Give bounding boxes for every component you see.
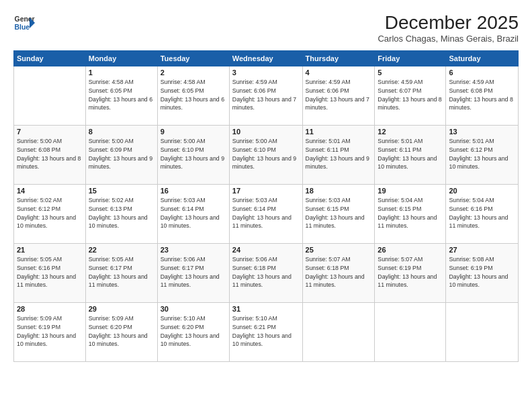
calendar-cell: 8 Sunrise: 5:00 AM Sunset: 6:09 PM Dayli… — [85, 126, 157, 185]
sunset-label: Sunset: 6:19 PM — [378, 265, 421, 271]
calendar-cell: 1 Sunrise: 4:58 AM Sunset: 6:05 PM Dayli… — [85, 66, 157, 126]
daylight-label: Daylight: 13 hours and 9 minutes. — [232, 155, 296, 171]
daylight-label: Daylight: 13 hours and 11 minutes. — [306, 273, 365, 289]
daylight-label: Daylight: 13 hours and 10 minutes. — [17, 214, 76, 230]
sunset-label: Sunset: 6:17 PM — [161, 265, 204, 271]
calendar-cell: 17 Sunrise: 5:03 AM Sunset: 6:14 PM Dayl… — [229, 185, 302, 244]
sunset-label: Sunset: 6:20 PM — [89, 324, 132, 330]
calendar-cell — [302, 303, 375, 362]
calendar-cell: 29 Sunrise: 5:09 AM Sunset: 6:20 PM Dayl… — [85, 303, 157, 362]
sunset-label: Sunset: 6:19 PM — [449, 265, 492, 271]
day-number: 1 — [89, 68, 154, 77]
daylight-label: Daylight: 13 hours and 10 minutes. — [89, 214, 148, 230]
day-number: 25 — [306, 246, 372, 254]
sunset-label: Sunset: 6:14 PM — [232, 205, 276, 212]
day-number: 9 — [161, 128, 226, 136]
calendar-cell: 25 Sunrise: 5:07 AM Sunset: 6:18 PM Dayl… — [302, 244, 375, 303]
day-number: 31 — [232, 305, 300, 313]
day-info: Sunrise: 4:58 AM Sunset: 6:05 PM Dayligh… — [89, 78, 154, 112]
sunset-label: Sunset: 6:07 PM — [378, 87, 421, 94]
day-number: 28 — [17, 305, 83, 313]
calendar-cell: 26 Sunrise: 5:07 AM Sunset: 6:19 PM Dayl… — [375, 244, 446, 303]
calendar-cell: 6 Sunrise: 4:59 AM Sunset: 6:08 PM Dayli… — [446, 66, 519, 126]
daylight-label: Daylight: 13 hours and 8 minutes. — [17, 155, 81, 171]
sunrise-label: Sunrise: 5:04 AM — [378, 197, 423, 203]
calendar-cell: 7 Sunrise: 5:00 AM Sunset: 6:08 PM Dayli… — [14, 126, 86, 185]
sunset-label: Sunset: 6:10 PM — [232, 146, 276, 153]
daylight-label: Daylight: 13 hours and 6 minutes. — [161, 96, 224, 111]
daylight-label: Daylight: 13 hours and 10 minutes. — [161, 214, 220, 230]
day-number: 10 — [232, 128, 300, 136]
day-number: 2 — [161, 68, 226, 77]
daylight-label: Daylight: 13 hours and 11 minutes. — [89, 273, 148, 289]
daylight-label: Daylight: 13 hours and 7 minutes. — [232, 96, 296, 111]
calendar-page: General Blue December 2025 Carlos Chagas… — [0, 0, 532, 411]
calendar-cell — [446, 303, 519, 362]
sunset-label: Sunset: 6:05 PM — [161, 87, 204, 94]
daylight-label: Daylight: 13 hours and 11 minutes. — [232, 273, 292, 289]
header-thursday: Thursday — [302, 51, 375, 66]
daylight-label: Daylight: 13 hours and 11 minutes. — [378, 273, 437, 289]
sunset-label: Sunset: 6:18 PM — [306, 265, 349, 271]
calendar-cell: 3 Sunrise: 4:59 AM Sunset: 6:06 PM Dayli… — [229, 66, 302, 126]
day-number: 6 — [449, 68, 515, 77]
day-number: 19 — [378, 187, 443, 195]
week-row-3: 14 Sunrise: 5:02 AM Sunset: 6:12 PM Dayl… — [14, 185, 519, 244]
sunset-label: Sunset: 6:11 PM — [378, 146, 421, 153]
daylight-label: Daylight: 13 hours and 10 minutes. — [378, 155, 437, 171]
daylight-label: Daylight: 13 hours and 10 minutes. — [89, 332, 148, 348]
calendar-table: Sunday Monday Tuesday Wednesday Thursday… — [13, 50, 519, 362]
day-info: Sunrise: 5:06 AM Sunset: 6:18 PM Dayligh… — [232, 255, 300, 289]
daylight-label: Daylight: 13 hours and 9 minutes. — [89, 155, 152, 171]
calendar-cell: 5 Sunrise: 4:59 AM Sunset: 6:07 PM Dayli… — [375, 66, 446, 126]
sunrise-label: Sunrise: 4:59 AM — [378, 79, 423, 85]
sunrise-label: Sunrise: 5:02 AM — [17, 197, 62, 203]
day-info: Sunrise: 5:02 AM Sunset: 6:13 PM Dayligh… — [89, 196, 154, 230]
day-info: Sunrise: 5:01 AM Sunset: 6:12 PM Dayligh… — [449, 137, 515, 171]
sunset-label: Sunset: 6:06 PM — [306, 87, 349, 94]
sunrise-label: Sunrise: 5:03 AM — [232, 197, 277, 203]
day-info: Sunrise: 5:08 AM Sunset: 6:19 PM Dayligh… — [449, 255, 515, 289]
day-info: Sunrise: 5:03 AM Sunset: 6:14 PM Dayligh… — [232, 196, 300, 230]
calendar-cell: 23 Sunrise: 5:06 AM Sunset: 6:17 PM Dayl… — [157, 244, 229, 303]
day-number: 11 — [306, 128, 372, 136]
daylight-label: Daylight: 13 hours and 11 minutes. — [232, 214, 292, 230]
day-info: Sunrise: 5:09 AM Sunset: 6:19 PM Dayligh… — [17, 314, 83, 349]
sunrise-label: Sunrise: 5:00 AM — [89, 138, 134, 144]
day-number: 7 — [17, 128, 83, 136]
day-number: 23 — [161, 246, 226, 254]
day-number: 20 — [449, 187, 515, 195]
day-number: 18 — [306, 187, 372, 195]
daylight-label: Daylight: 13 hours and 11 minutes. — [306, 214, 365, 230]
day-info: Sunrise: 5:07 AM Sunset: 6:19 PM Dayligh… — [378, 255, 443, 289]
day-info: Sunrise: 4:58 AM Sunset: 6:05 PM Dayligh… — [161, 78, 226, 112]
sunrise-label: Sunrise: 5:10 AM — [161, 315, 206, 322]
sunrise-label: Sunrise: 5:07 AM — [378, 256, 423, 263]
calendar-cell: 9 Sunrise: 5:00 AM Sunset: 6:10 PM Dayli… — [157, 126, 229, 185]
day-info: Sunrise: 4:59 AM Sunset: 6:07 PM Dayligh… — [378, 78, 443, 112]
calendar-cell: 27 Sunrise: 5:08 AM Sunset: 6:19 PM Dayl… — [446, 244, 519, 303]
day-info: Sunrise: 5:03 AM Sunset: 6:15 PM Dayligh… — [306, 196, 372, 230]
daylight-label: Daylight: 13 hours and 10 minutes. — [449, 273, 508, 289]
sunrise-label: Sunrise: 5:09 AM — [17, 315, 62, 322]
sunrise-label: Sunrise: 5:06 AM — [161, 256, 206, 263]
day-info: Sunrise: 5:00 AM Sunset: 6:08 PM Dayligh… — [17, 137, 83, 171]
day-info: Sunrise: 5:00 AM Sunset: 6:10 PM Dayligh… — [232, 137, 300, 171]
sunrise-label: Sunrise: 5:00 AM — [17, 138, 62, 144]
day-number: 17 — [232, 187, 300, 195]
sunrise-label: Sunrise: 5:05 AM — [17, 256, 62, 263]
day-info: Sunrise: 5:01 AM Sunset: 6:11 PM Dayligh… — [378, 137, 443, 171]
sunset-label: Sunset: 6:20 PM — [161, 324, 204, 330]
day-info: Sunrise: 4:59 AM Sunset: 6:08 PM Dayligh… — [449, 78, 515, 112]
day-info: Sunrise: 4:59 AM Sunset: 6:06 PM Dayligh… — [306, 78, 372, 112]
week-row-2: 7 Sunrise: 5:00 AM Sunset: 6:08 PM Dayli… — [14, 126, 519, 185]
day-info: Sunrise: 5:07 AM Sunset: 6:18 PM Dayligh… — [306, 255, 372, 289]
day-number: 16 — [161, 187, 226, 195]
daylight-label: Daylight: 13 hours and 9 minutes. — [306, 155, 369, 171]
sunset-label: Sunset: 6:11 PM — [306, 146, 349, 153]
day-info: Sunrise: 5:04 AM Sunset: 6:16 PM Dayligh… — [449, 196, 515, 230]
sunrise-label: Sunrise: 5:09 AM — [89, 315, 134, 322]
sunset-label: Sunset: 6:10 PM — [161, 146, 204, 153]
sunset-label: Sunset: 6:21 PM — [232, 324, 276, 330]
sunset-label: Sunset: 6:12 PM — [449, 146, 492, 153]
